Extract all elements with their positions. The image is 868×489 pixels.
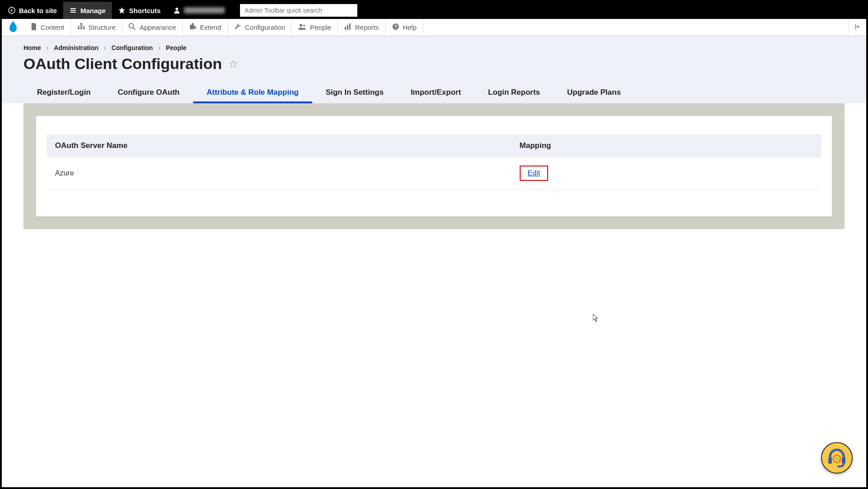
search-input[interactable] <box>240 4 357 17</box>
tab-login-reports[interactable]: Login Reports <box>475 83 554 103</box>
document-icon <box>31 23 37 32</box>
menu-reports[interactable]: Reports <box>338 19 386 36</box>
people-icon <box>298 23 306 32</box>
back-to-site-link[interactable]: Back to site <box>2 2 63 19</box>
edit-highlight-box: Edit <box>520 166 549 181</box>
wand-icon <box>129 23 136 32</box>
tab-configure-oauth[interactable]: Configure OAuth <box>104 83 193 103</box>
table-row: Azure Edit <box>47 157 821 189</box>
edit-mapping-link[interactable]: Edit <box>528 169 540 177</box>
shortcuts-label: Shortcuts <box>129 7 161 14</box>
svg-rect-12 <box>345 27 346 30</box>
menu-content-label: Content <box>41 23 65 31</box>
tab-import-export[interactable]: Import/Export <box>397 83 474 103</box>
menu-content[interactable]: Content <box>24 19 71 36</box>
structure-icon <box>78 23 85 32</box>
star-icon <box>118 7 125 14</box>
user-menu[interactable] <box>167 2 231 19</box>
breadcrumb-people[interactable]: People <box>166 44 186 51</box>
menu-help[interactable]: ? Help <box>386 19 424 36</box>
admin-quick-search <box>240 4 357 17</box>
username-label <box>184 7 225 14</box>
menu-configuration[interactable]: Configuration <box>228 19 292 36</box>
svg-rect-18 <box>842 457 845 464</box>
tab-sign-in-settings[interactable]: Sign In Settings <box>312 83 397 103</box>
svg-rect-3 <box>78 28 79 29</box>
drupal-logo-icon[interactable] <box>2 21 24 34</box>
wrench-icon <box>234 23 241 32</box>
svg-point-20 <box>836 458 838 460</box>
menu-reports-label: Reports <box>355 23 379 31</box>
breadcrumb: Home › Administration › Configuration › … <box>23 44 845 51</box>
svg-point-6 <box>129 23 134 28</box>
chart-icon <box>344 23 351 32</box>
headset-icon <box>826 447 848 469</box>
svg-point-10 <box>300 24 302 27</box>
svg-rect-9 <box>194 27 196 28</box>
breadcrumb-administration[interactable]: Administration <box>54 44 99 51</box>
col-header-server: OAuth Server Name <box>47 134 512 157</box>
svg-rect-8 <box>192 23 194 25</box>
menu-appearance[interactable]: Appearance <box>122 19 183 36</box>
svg-point-1 <box>175 8 178 10</box>
menu-help-label: Help <box>403 23 417 31</box>
page-header-region: Home › Administration › Configuration › … <box>2 36 866 103</box>
cell-server-name: Azure <box>47 157 512 189</box>
puzzle-icon <box>189 23 196 32</box>
svg-rect-13 <box>347 25 348 30</box>
tab-register-login[interactable]: Register/Login <box>23 83 104 103</box>
favorite-star-icon[interactable]: ☆ <box>228 58 238 70</box>
back-to-site-label: Back to site <box>19 7 57 14</box>
menu-people-label: People <box>310 23 331 31</box>
user-icon <box>173 7 180 14</box>
hamburger-icon <box>69 7 77 14</box>
svg-point-0 <box>9 7 15 14</box>
menu-extend[interactable]: Extend <box>183 19 228 36</box>
svg-point-21 <box>838 466 840 468</box>
mapping-card: OAuth Server Name Mapping Azure Edit <box>36 116 832 217</box>
admin-toolbar-menu: Content Structure Appearance Extend Conf… <box>2 19 866 36</box>
menu-people[interactable]: People <box>292 19 338 36</box>
menu-appearance-label: Appearance <box>139 23 176 31</box>
svg-rect-7 <box>190 25 194 29</box>
manage-toggle[interactable]: Manage <box>63 2 112 19</box>
help-icon: ? <box>392 23 399 32</box>
chevron-right-icon: › <box>158 44 161 51</box>
manage-label: Manage <box>80 7 106 14</box>
tab-attribute-role-mapping[interactable]: Attribute & Role Mapping <box>193 83 312 103</box>
oauth-mapping-table: OAuth Server Name Mapping Azure Edit <box>47 134 821 189</box>
collapse-toolbar-button[interactable] <box>848 19 866 36</box>
admin-toolbar-top: Back to site Manage Shortcuts <box>2 2 866 19</box>
chevron-right-icon: › <box>46 44 49 51</box>
svg-text:?: ? <box>394 24 397 29</box>
breadcrumb-home[interactable]: Home <box>23 44 41 51</box>
chevron-right-icon: › <box>104 44 106 51</box>
menu-configuration-label: Configuration <box>245 23 285 31</box>
svg-rect-17 <box>828 457 832 464</box>
collapse-icon <box>854 23 861 32</box>
tab-upgrade-plans[interactable]: Upgrade Plans <box>554 83 634 103</box>
mouse-cursor-icon <box>593 314 599 324</box>
content-region: OAuth Server Name Mapping Azure Edit <box>23 103 845 229</box>
page-title: OAuth Client Configuration <box>23 55 222 73</box>
svg-rect-4 <box>80 28 82 29</box>
support-chat-button[interactable] <box>821 442 853 474</box>
config-tabs: Register/Login Configure OAuth Attribute… <box>23 83 845 103</box>
back-arrow-icon <box>8 7 15 14</box>
breadcrumb-configuration[interactable]: Configuration <box>111 44 153 51</box>
menu-structure-label: Structure <box>88 23 116 31</box>
menu-structure[interactable]: Structure <box>71 19 123 36</box>
svg-rect-14 <box>349 23 351 30</box>
shortcuts-link[interactable]: Shortcuts <box>112 2 167 19</box>
svg-rect-2 <box>80 23 82 25</box>
svg-point-11 <box>303 25 305 27</box>
col-header-mapping: Mapping <box>512 134 821 157</box>
svg-rect-5 <box>83 28 85 29</box>
menu-extend-label: Extend <box>200 23 221 31</box>
